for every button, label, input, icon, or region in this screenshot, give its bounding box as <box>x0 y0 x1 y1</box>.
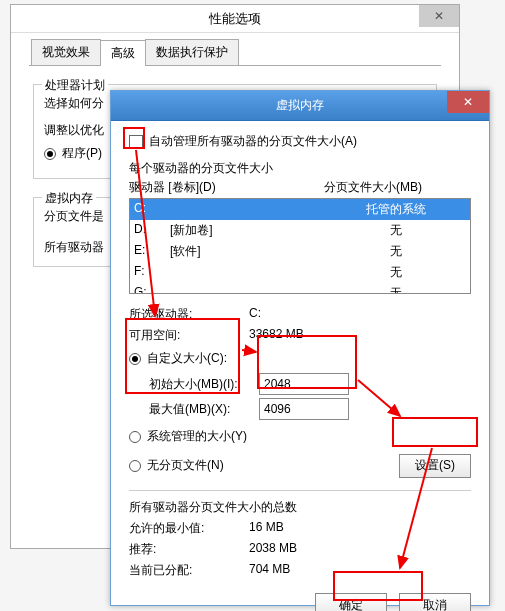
dialog-buttons: 确定 取消 <box>129 593 471 611</box>
close-icon: ✕ <box>434 9 444 23</box>
cur-label: 当前已分配: <box>129 562 249 579</box>
selected-drive-label: 所选驱动器: <box>129 306 249 323</box>
max-size-row: 最大值(MB)(X): <box>149 398 471 420</box>
cur-value: 704 MB <box>249 562 471 579</box>
drive-col1: 驱动器 [卷标](D) <box>129 179 324 196</box>
totals-block: 允许的最小值: 16 MB 推荐: 2038 MB 当前已分配: 704 MB <box>129 520 471 579</box>
selected-drive-value: C: <box>249 306 471 323</box>
drive-row-e[interactable]: E: [软件] 无 <box>130 241 470 262</box>
drive-list[interactable]: C: 托管的系统 D: [新加卷] 无 E: [软件] 无 F: 无 G: <box>129 198 471 294</box>
perf-titlebar: 性能选项 ✕ <box>11 5 459 33</box>
virtual-memory-dialog: 虚拟内存 ✕ 自动管理所有驱动器的分页文件大小(A) 每个驱动器的分页文件大小 … <box>110 90 490 606</box>
min-value: 16 MB <box>249 520 471 537</box>
avail-space-label: 可用空间: <box>129 327 249 344</box>
drive-row-c[interactable]: C: 托管的系统 <box>130 199 470 220</box>
divider <box>129 490 471 491</box>
auto-manage-row[interactable]: 自动管理所有驱动器的分页文件大小(A) <box>129 133 471 150</box>
vm-title: 虚拟内存 <box>276 97 324 114</box>
radio-custom-label: 自定义大小(C): <box>147 350 227 367</box>
max-size-label: 最大值(MB)(X): <box>149 401 259 418</box>
initial-size-input[interactable] <box>259 373 349 395</box>
radio-custom[interactable] <box>129 353 141 365</box>
drive-row-d[interactable]: D: [新加卷] 无 <box>130 220 470 241</box>
radio-system-label: 系统管理的大小(Y) <box>147 428 247 445</box>
initial-size-label: 初始大小(MB)(I): <box>149 376 259 393</box>
processor-scheduling-legend: 处理器计划 <box>42 77 108 94</box>
set-button[interactable]: 设置(S) <box>399 454 471 478</box>
vm-titlebar: 虚拟内存 ✕ <box>111 91 489 121</box>
drive-columns: 驱动器 [卷标](D) 分页文件大小(MB) <box>129 179 471 196</box>
radio-none-label: 无分页文件(N) <box>147 457 224 474</box>
cancel-button[interactable]: 取消 <box>399 593 471 611</box>
close-icon: ✕ <box>463 95 473 109</box>
selected-drive-row: 所选驱动器: C: <box>129 306 471 323</box>
radio-system-row[interactable]: 系统管理的大小(Y) <box>129 428 471 445</box>
max-size-input[interactable] <box>259 398 349 420</box>
rec-label: 推荐: <box>129 541 249 558</box>
perf-title: 性能选项 <box>209 10 261 28</box>
drive-row-f[interactable]: F: 无 <box>130 262 470 283</box>
perf-close-button[interactable]: ✕ <box>419 5 459 27</box>
initial-size-row: 初始大小(MB)(I): <box>149 373 471 395</box>
drive-row-g[interactable]: G: 无 <box>130 283 470 294</box>
tab-dep[interactable]: 数据执行保护 <box>145 39 239 65</box>
radio-programs-label: 程序(P) <box>62 145 102 162</box>
rec-value: 2038 MB <box>249 541 471 558</box>
perf-tabs: 视觉效果 高级 数据执行保护 <box>31 39 459 65</box>
radio-none[interactable] <box>129 460 141 472</box>
radio-programs[interactable] <box>44 148 56 160</box>
radio-custom-row[interactable]: 自定义大小(C): <box>129 350 471 367</box>
radio-system[interactable] <box>129 431 141 443</box>
avail-space-value: 33682 MB <box>249 327 471 344</box>
auto-manage-label: 自动管理所有驱动器的分页文件大小(A) <box>149 133 357 150</box>
drive-col2: 分页文件大小(MB) <box>324 179 422 196</box>
vm-body: 自动管理所有驱动器的分页文件大小(A) 每个驱动器的分页文件大小 驱动器 [卷标… <box>111 121 489 611</box>
tab-advanced[interactable]: 高级 <box>100 40 146 66</box>
min-label: 允许的最小值: <box>129 520 249 537</box>
ok-button[interactable]: 确定 <box>315 593 387 611</box>
radio-none-row[interactable]: 无分页文件(N) <box>129 457 399 474</box>
tab-visual-effects[interactable]: 视觉效果 <box>31 39 101 65</box>
avail-space-row: 可用空间: 33682 MB <box>129 327 471 344</box>
vm-legend: 虚拟内存 <box>42 190 96 207</box>
drive-heading: 每个驱动器的分页文件大小 <box>129 160 471 177</box>
vm-close-button[interactable]: ✕ <box>447 91 489 113</box>
auto-manage-checkbox[interactable] <box>129 135 143 149</box>
totals-heading: 所有驱动器分页文件大小的总数 <box>129 499 471 516</box>
